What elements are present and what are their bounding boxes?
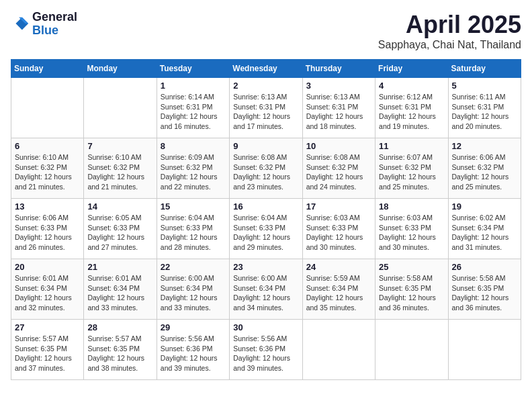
day-number: 25 (379, 262, 444, 272)
calendar-cell: 14Sunrise: 6:05 AMSunset: 6:33 PMDayligh… (84, 199, 157, 259)
day-number: 15 (161, 201, 226, 212)
day-number: 19 (452, 201, 517, 212)
calendar-cell: 13Sunrise: 6:06 AMSunset: 6:33 PMDayligh… (11, 199, 84, 259)
calendar-cell: 18Sunrise: 6:03 AMSunset: 6:33 PMDayligh… (375, 199, 448, 259)
day-info: Sunrise: 6:08 AMSunset: 6:32 PMDaylight:… (306, 152, 371, 192)
calendar-cell (84, 78, 157, 138)
day-number: 12 (452, 141, 517, 151)
day-info: Sunrise: 6:02 AMSunset: 6:34 PMDaylight:… (452, 213, 517, 253)
calendar-cell: 11Sunrise: 6:07 AMSunset: 6:32 PMDayligh… (375, 138, 448, 199)
logo-blue-text: Blue (32, 24, 77, 38)
day-number: 2 (233, 81, 298, 91)
calendar-week-row: 20Sunrise: 6:01 AMSunset: 6:34 PMDayligh… (11, 259, 521, 320)
calendar-cell: 30Sunrise: 5:56 AMSunset: 6:36 PMDayligh… (230, 320, 302, 380)
day-number: 29 (161, 322, 226, 332)
calendar-cell (302, 320, 375, 380)
calendar-cell: 21Sunrise: 6:01 AMSunset: 6:34 PMDayligh… (84, 259, 157, 320)
day-info: Sunrise: 6:09 AMSunset: 6:32 PMDaylight:… (161, 152, 226, 192)
day-info: Sunrise: 6:01 AMSunset: 6:34 PMDaylight:… (87, 273, 152, 313)
day-info: Sunrise: 6:08 AMSunset: 6:32 PMDaylight:… (233, 152, 298, 192)
day-info: Sunrise: 6:13 AMSunset: 6:31 PMDaylight:… (306, 92, 371, 132)
day-number: 23 (233, 262, 298, 272)
day-number: 24 (306, 262, 371, 272)
day-info: Sunrise: 6:04 AMSunset: 6:33 PMDaylight:… (161, 213, 226, 253)
day-number: 17 (306, 201, 371, 212)
calendar-cell: 17Sunrise: 6:03 AMSunset: 6:33 PMDayligh… (302, 199, 375, 259)
logo-general-text: General (32, 11, 77, 24)
day-number: 18 (379, 201, 444, 212)
calendar-cell: 7Sunrise: 6:10 AMSunset: 6:32 PMDaylight… (84, 138, 157, 199)
day-number: 26 (452, 262, 517, 272)
title-area: April 2025 Sapphaya, Chai Nat, Thailand (378, 11, 521, 51)
calendar-location: Sapphaya, Chai Nat, Thailand (378, 39, 521, 51)
day-info: Sunrise: 5:57 AMSunset: 6:35 PMDaylight:… (87, 334, 152, 373)
calendar-cell: 26Sunrise: 5:58 AMSunset: 6:35 PMDayligh… (448, 259, 521, 320)
day-number: 13 (15, 201, 80, 212)
calendar-cell (448, 320, 521, 380)
day-number: 16 (233, 201, 298, 212)
calendar-cell: 23Sunrise: 6:00 AMSunset: 6:34 PMDayligh… (230, 259, 302, 320)
day-number: 8 (161, 141, 226, 151)
day-number: 7 (87, 141, 152, 151)
day-info: Sunrise: 6:06 AMSunset: 6:32 PMDaylight:… (452, 152, 517, 192)
calendar-table: SundayMondayTuesdayWednesdayThursdayFrid… (11, 59, 521, 380)
calendar-cell: 19Sunrise: 6:02 AMSunset: 6:34 PMDayligh… (448, 199, 521, 259)
day-info: Sunrise: 6:03 AMSunset: 6:33 PMDaylight:… (306, 213, 371, 253)
day-info: Sunrise: 5:57 AMSunset: 6:35 PMDaylight:… (15, 334, 80, 373)
day-info: Sunrise: 5:58 AMSunset: 6:35 PMDaylight:… (452, 273, 517, 313)
day-number: 6 (15, 141, 80, 151)
day-info: Sunrise: 6:05 AMSunset: 6:33 PMDaylight:… (87, 213, 152, 253)
day-info: Sunrise: 6:00 AMSunset: 6:34 PMDaylight:… (233, 273, 298, 313)
day-info: Sunrise: 5:59 AMSunset: 6:34 PMDaylight:… (306, 273, 371, 313)
calendar-cell: 28Sunrise: 5:57 AMSunset: 6:35 PMDayligh… (84, 320, 157, 380)
day-info: Sunrise: 6:03 AMSunset: 6:33 PMDaylight:… (379, 213, 444, 253)
day-number: 22 (161, 262, 226, 272)
calendar-cell: 1Sunrise: 6:14 AMSunset: 6:31 PMDaylight… (157, 78, 229, 138)
calendar-cell: 8Sunrise: 6:09 AMSunset: 6:32 PMDaylight… (157, 138, 229, 199)
day-number: 14 (87, 201, 152, 212)
calendar-header-tuesday: Tuesday (157, 60, 229, 78)
day-info: Sunrise: 6:07 AMSunset: 6:32 PMDaylight:… (379, 152, 444, 192)
day-number: 30 (233, 322, 298, 332)
calendar-week-row: 1Sunrise: 6:14 AMSunset: 6:31 PMDaylight… (11, 78, 521, 138)
calendar-cell: 20Sunrise: 6:01 AMSunset: 6:34 PMDayligh… (11, 259, 84, 320)
calendar-cell: 3Sunrise: 6:13 AMSunset: 6:31 PMDaylight… (302, 78, 375, 138)
calendar-header-friday: Friday (375, 60, 448, 78)
day-number: 27 (15, 322, 80, 332)
calendar-cell: 22Sunrise: 6:00 AMSunset: 6:34 PMDayligh… (157, 259, 229, 320)
logo: General Blue (11, 11, 77, 38)
calendar-header-thursday: Thursday (302, 60, 375, 78)
calendar-cell: 16Sunrise: 6:04 AMSunset: 6:33 PMDayligh… (230, 199, 302, 259)
day-number: 11 (379, 141, 444, 151)
day-number: 1 (161, 81, 226, 91)
calendar-cell: 5Sunrise: 6:11 AMSunset: 6:31 PMDaylight… (448, 78, 521, 138)
day-info: Sunrise: 6:12 AMSunset: 6:31 PMDaylight:… (379, 92, 444, 132)
day-number: 5 (452, 81, 517, 91)
calendar-cell: 9Sunrise: 6:08 AMSunset: 6:32 PMDaylight… (230, 138, 302, 199)
calendar-header-sunday: Sunday (11, 60, 84, 78)
calendar-cell: 27Sunrise: 5:57 AMSunset: 6:35 PMDayligh… (11, 320, 84, 380)
day-info: Sunrise: 6:06 AMSunset: 6:33 PMDaylight:… (15, 213, 80, 253)
day-info: Sunrise: 5:56 AMSunset: 6:36 PMDaylight:… (233, 334, 298, 373)
calendar-cell: 29Sunrise: 5:56 AMSunset: 6:36 PMDayligh… (157, 320, 229, 380)
day-info: Sunrise: 6:11 AMSunset: 6:31 PMDaylight:… (452, 92, 517, 132)
calendar-cell (375, 320, 448, 380)
day-number: 28 (87, 322, 152, 332)
day-number: 3 (306, 81, 371, 91)
calendar-cell: 4Sunrise: 6:12 AMSunset: 6:31 PMDaylight… (375, 78, 448, 138)
calendar-cell: 2Sunrise: 6:13 AMSunset: 6:31 PMDaylight… (230, 78, 302, 138)
calendar-week-row: 6Sunrise: 6:10 AMSunset: 6:32 PMDaylight… (11, 138, 521, 199)
calendar-week-row: 13Sunrise: 6:06 AMSunset: 6:33 PMDayligh… (11, 199, 521, 259)
day-info: Sunrise: 5:58 AMSunset: 6:35 PMDaylight:… (379, 273, 444, 313)
calendar-cell: 6Sunrise: 6:10 AMSunset: 6:32 PMDaylight… (11, 138, 84, 199)
header: General Blue April 2025 Sapphaya, Chai N… (11, 11, 521, 51)
calendar-cell: 25Sunrise: 5:58 AMSunset: 6:35 PMDayligh… (375, 259, 448, 320)
calendar-header-row: SundayMondayTuesdayWednesdayThursdayFrid… (11, 60, 521, 78)
day-number: 10 (306, 141, 371, 151)
calendar-title: April 2025 (378, 11, 521, 39)
calendar-header-monday: Monday (84, 60, 157, 78)
calendar-cell: 15Sunrise: 6:04 AMSunset: 6:33 PMDayligh… (157, 199, 229, 259)
day-info: Sunrise: 6:00 AMSunset: 6:34 PMDaylight:… (161, 273, 226, 313)
calendar-header-wednesday: Wednesday (230, 60, 302, 78)
day-info: Sunrise: 6:01 AMSunset: 6:34 PMDaylight:… (15, 273, 80, 313)
